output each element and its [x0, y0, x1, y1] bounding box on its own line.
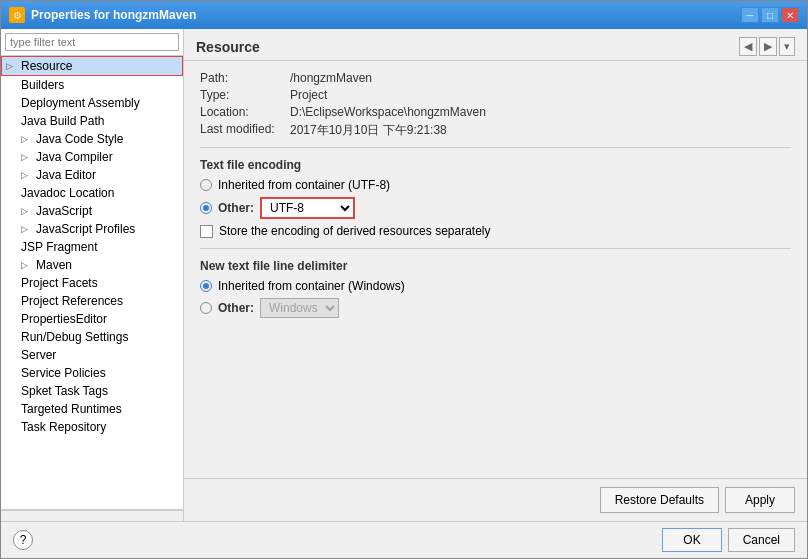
- ok-button[interactable]: OK: [662, 528, 721, 552]
- sidebar-item-label-java-build-path: Java Build Path: [21, 114, 104, 128]
- sidebar-item-javascript[interactable]: ▷ JavaScript: [1, 202, 183, 220]
- sidebar-item-label-task-repo: Task Repository: [21, 420, 106, 434]
- sidebar-item-label-javascript: JavaScript: [36, 204, 92, 218]
- sidebar-item-targeted-runtimes[interactable]: Targeted Runtimes: [1, 400, 183, 418]
- forward-button[interactable]: ▶: [759, 37, 777, 56]
- newline-radio1-dot: [203, 283, 209, 289]
- modified-label: Last modified:: [200, 122, 290, 139]
- newline-radio1[interactable]: [200, 280, 212, 292]
- sidebar-item-java-compiler[interactable]: ▷ Java Compiler: [1, 148, 183, 166]
- sidebar-item-server[interactable]: Server: [1, 346, 183, 364]
- other-label: Other:: [218, 201, 254, 215]
- sidebar-item-js-profiles[interactable]: ▷ JavaScript Profiles: [1, 220, 183, 238]
- dialog-icon: ⚙: [9, 7, 25, 23]
- h-scrollbar[interactable]: [1, 510, 183, 522]
- title-text: Properties for hongzmMaven: [31, 8, 196, 22]
- newline-select-wrapper: Windows Unix Mac: [260, 298, 339, 318]
- expand-arrow-compiler: ▷: [21, 152, 33, 162]
- sidebar-item-task-repository[interactable]: Task Repository: [1, 418, 183, 436]
- derived-checkbox-row: Store the encoding of derived resources …: [200, 224, 791, 238]
- encoding-radio1-row: Inherited from container (UTF-8): [200, 178, 791, 192]
- location-value: D:\EclipseWorkspace\hongzmMaven: [290, 105, 486, 119]
- sidebar-item-label-service-policies: Service Policies: [21, 366, 106, 380]
- title-buttons: ─ □ ✕: [741, 7, 799, 23]
- encoding-radio1[interactable]: [200, 179, 212, 191]
- expand-arrow-js-profiles: ▷: [21, 224, 33, 234]
- back-button[interactable]: ◀: [739, 37, 757, 56]
- sidebar-item-javadoc[interactable]: Javadoc Location: [1, 184, 183, 202]
- path-value: /hongzmMaven: [290, 71, 372, 85]
- filter-input[interactable]: [5, 33, 179, 51]
- restore-defaults-button[interactable]: Restore Defaults: [600, 487, 719, 513]
- restore-button[interactable]: □: [761, 7, 779, 23]
- newline-other-row: Other: Windows Unix Mac: [200, 298, 791, 318]
- cancel-button[interactable]: Cancel: [728, 528, 795, 552]
- newline-radio1-row: Inherited from container (Windows): [200, 279, 791, 293]
- modified-row: Last modified: 2017年10月10日 下午9:21:38: [200, 122, 791, 139]
- sidebar-item-spket[interactable]: Spket Task Tags: [1, 382, 183, 400]
- radio-dot: [203, 205, 209, 211]
- sidebar-item-label-builders: Builders: [21, 78, 64, 92]
- modified-value: 2017年10月10日 下午9:21:38: [290, 122, 447, 139]
- sidebar-item-label-maven: Maven: [36, 258, 72, 272]
- sidebar-item-java-code-style[interactable]: ▷ Java Code Style: [1, 130, 183, 148]
- footer-bar: ? OK Cancel: [1, 521, 807, 558]
- apply-button[interactable]: Apply: [725, 487, 795, 513]
- derived-checkbox[interactable]: [200, 225, 213, 238]
- newline-radio1-label: Inherited from container (Windows): [218, 279, 405, 293]
- sidebar-item-label-java-code-style: Java Code Style: [36, 132, 123, 146]
- right-panel: Resource ◀ ▶ ▾ Path: /hongzmMaven Type: …: [184, 29, 807, 521]
- menu-button[interactable]: ▾: [779, 37, 795, 56]
- sidebar-item-resource[interactable]: ▷ Resource: [1, 56, 183, 76]
- newline-title: New text file line delimiter: [200, 259, 791, 273]
- help-button[interactable]: ?: [13, 530, 33, 550]
- encoding-other-row: Other: UTF-8 UTF-16 ISO-8859-1: [200, 197, 791, 219]
- path-row: Path: /hongzmMaven: [200, 71, 791, 85]
- type-value: Project: [290, 88, 327, 102]
- sidebar-item-service-policies[interactable]: Service Policies: [1, 364, 183, 382]
- sidebar-item-builders[interactable]: Builders: [1, 76, 183, 94]
- right-panel-title: Resource: [196, 39, 260, 55]
- close-button[interactable]: ✕: [781, 7, 799, 23]
- encoding-radio1-label: Inherited from container (UTF-8): [218, 178, 390, 192]
- sidebar-item-label-project-refs: Project References: [21, 294, 123, 308]
- other2-label: Other:: [218, 301, 254, 315]
- sidebar-item-label-project-facets: Project Facets: [21, 276, 98, 290]
- encoding-radio2[interactable]: [200, 202, 212, 214]
- expand-arrow-maven: ▷: [21, 260, 33, 270]
- title-bar-left: ⚙ Properties for hongzmMaven: [9, 7, 196, 23]
- divider1: [200, 147, 791, 148]
- sidebar-item-maven[interactable]: ▷ Maven: [1, 256, 183, 274]
- expand-arrow-editor: ▷: [21, 170, 33, 180]
- content-area: ▷ Resource Builders Deployment Assembly …: [1, 29, 807, 521]
- sidebar-item-project-facets[interactable]: Project Facets: [1, 274, 183, 292]
- newline-select[interactable]: Windows Unix Mac: [261, 299, 338, 317]
- minimize-button[interactable]: ─: [741, 7, 759, 23]
- type-row: Type: Project: [200, 88, 791, 102]
- derived-checkbox-label: Store the encoding of derived resources …: [219, 224, 491, 238]
- sidebar-item-label-java-editor: Java Editor: [36, 168, 96, 182]
- tree-list: ▷ Resource Builders Deployment Assembly …: [1, 56, 183, 509]
- encoding-select[interactable]: UTF-8 UTF-16 ISO-8859-1: [262, 199, 353, 217]
- filter-box: [1, 29, 183, 56]
- sidebar-item-properties-editor[interactable]: PropertiesEditor: [1, 310, 183, 328]
- tree-scroll-container: ▷ Resource Builders Deployment Assembly …: [1, 56, 183, 509]
- newline-radio2[interactable]: [200, 302, 212, 314]
- sidebar-item-java-editor[interactable]: ▷ Java Editor: [1, 166, 183, 184]
- sidebar-item-jsp-fragment[interactable]: JSP Fragment: [1, 238, 183, 256]
- sidebar-item-label-js-profiles: JavaScript Profiles: [36, 222, 135, 236]
- sidebar-item-project-references[interactable]: Project References: [1, 292, 183, 310]
- sidebar-item-run-debug[interactable]: Run/Debug Settings: [1, 328, 183, 346]
- location-row: Location: D:\EclipseWorkspace\hongzmMave…: [200, 105, 791, 119]
- left-horizontal-scroll: [1, 509, 183, 521]
- sidebar-item-label-targeted: Targeted Runtimes: [21, 402, 122, 416]
- sidebar-item-java-build-path[interactable]: Java Build Path: [1, 112, 183, 130]
- sidebar-item-deployment-assembly[interactable]: Deployment Assembly: [1, 94, 183, 112]
- sidebar-item-label-jsp: JSP Fragment: [21, 240, 97, 254]
- sidebar-item-label-resource: Resource: [21, 59, 72, 73]
- sidebar-item-label-java-compiler: Java Compiler: [36, 150, 113, 164]
- expand-arrow-js: ▷: [21, 206, 33, 216]
- location-label: Location:: [200, 105, 290, 119]
- dialog-window: ⚙ Properties for hongzmMaven ─ □ ✕ ▷ Res…: [0, 0, 808, 559]
- left-panel: ▷ Resource Builders Deployment Assembly …: [1, 29, 184, 521]
